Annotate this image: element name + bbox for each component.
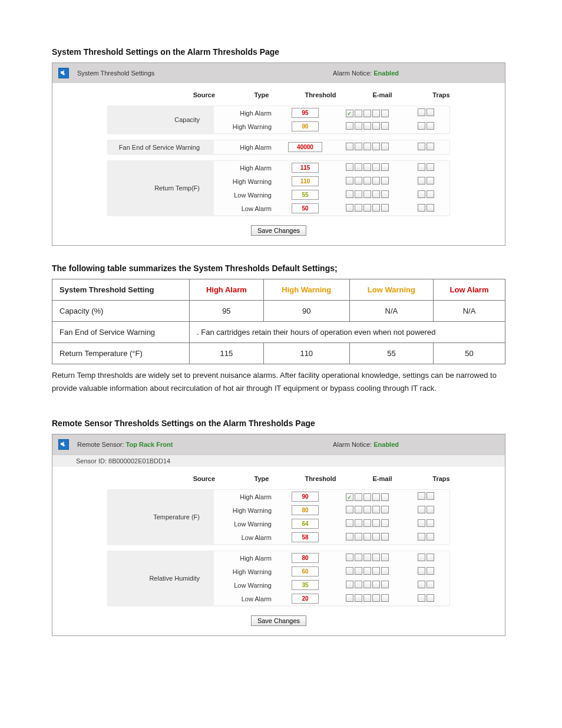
threshold-input[interactable] <box>292 108 319 118</box>
trap-checkbox[interactable] <box>427 122 434 130</box>
email-checkbox[interactable] <box>355 110 362 117</box>
email-checkbox[interactable] <box>381 190 389 198</box>
email-checkbox[interactable] <box>381 554 389 561</box>
email-checkbox[interactable] <box>372 177 380 185</box>
trap-checkbox[interactable] <box>427 190 434 198</box>
email-checkbox[interactable] <box>346 122 353 130</box>
email-checkbox[interactable] <box>346 533 353 541</box>
email-checkbox[interactable] <box>363 163 371 171</box>
email-checkbox[interactable] <box>381 204 389 212</box>
threshold-input[interactable] <box>292 492 319 502</box>
email-checkbox[interactable] <box>363 190 371 198</box>
email-checkbox[interactable] <box>363 567 371 575</box>
email-checkbox[interactable] <box>372 163 380 171</box>
trap-checkbox[interactable] <box>418 492 425 500</box>
trap-checkbox[interactable] <box>418 177 425 185</box>
threshold-input[interactable] <box>292 532 319 542</box>
email-checkbox[interactable] <box>355 567 362 575</box>
email-checkbox[interactable] <box>363 204 371 212</box>
trap-checkbox[interactable] <box>418 533 425 541</box>
email-checkbox[interactable] <box>355 533 362 541</box>
trap-checkbox[interactable] <box>427 533 434 541</box>
email-checkbox[interactable] <box>346 190 353 198</box>
email-checkbox[interactable] <box>355 594 362 602</box>
email-checkbox[interactable] <box>363 177 371 185</box>
trap-checkbox[interactable] <box>427 492 434 500</box>
email-checkbox[interactable] <box>372 110 380 117</box>
email-checkbox[interactable] <box>363 533 371 541</box>
email-checkbox[interactable] <box>355 506 362 513</box>
trap-checkbox[interactable] <box>427 204 434 212</box>
trap-checkbox[interactable] <box>418 190 425 198</box>
threshold-input[interactable] <box>292 594 319 604</box>
email-checkbox[interactable] <box>372 554 380 561</box>
email-checkbox[interactable] <box>363 519 371 527</box>
email-checkbox[interactable] <box>381 143 389 150</box>
trap-checkbox[interactable] <box>418 519 425 527</box>
threshold-input[interactable] <box>292 163 319 173</box>
email-checkbox[interactable] <box>381 177 389 185</box>
email-checkbox[interactable] <box>363 122 371 130</box>
trap-checkbox[interactable] <box>427 163 434 171</box>
email-checkbox[interactable] <box>372 122 380 130</box>
email-checkbox[interactable] <box>372 143 380 150</box>
trap-checkbox[interactable] <box>418 554 425 561</box>
email-checkbox[interactable] <box>381 163 389 171</box>
email-checkbox[interactable] <box>346 163 353 171</box>
email-checkbox[interactable] <box>372 519 380 527</box>
trap-checkbox[interactable] <box>427 554 434 561</box>
trap-checkbox[interactable] <box>427 567 434 575</box>
email-checkbox[interactable] <box>355 190 362 198</box>
save-button[interactable]: Save Changes <box>251 615 306 626</box>
threshold-input[interactable] <box>292 176 319 186</box>
email-checkbox[interactable] <box>381 533 389 541</box>
trap-checkbox[interactable] <box>427 519 434 527</box>
email-checkbox[interactable] <box>355 143 362 150</box>
email-checkbox[interactable] <box>372 493 380 501</box>
email-checkbox[interactable] <box>363 143 371 150</box>
threshold-input[interactable] <box>292 553 319 563</box>
email-checkbox[interactable] <box>346 594 353 602</box>
threshold-input[interactable] <box>292 203 319 213</box>
trap-checkbox[interactable] <box>427 594 434 602</box>
email-checkbox[interactable]: ✓ <box>346 110 353 117</box>
email-checkbox[interactable] <box>363 110 371 117</box>
email-checkbox[interactable] <box>346 143 353 150</box>
threshold-input[interactable] <box>292 519 319 529</box>
email-checkbox[interactable] <box>346 519 353 527</box>
email-checkbox[interactable]: ✓ <box>346 493 353 501</box>
email-checkbox[interactable] <box>355 177 362 185</box>
email-checkbox[interactable] <box>372 190 380 198</box>
threshold-input[interactable] <box>288 142 322 152</box>
email-checkbox[interactable] <box>346 554 353 561</box>
email-checkbox[interactable] <box>355 493 362 501</box>
trap-checkbox[interactable] <box>427 108 434 116</box>
email-checkbox[interactable] <box>372 581 380 588</box>
trap-checkbox[interactable] <box>427 143 434 150</box>
email-checkbox[interactable] <box>363 554 371 561</box>
email-checkbox[interactable] <box>381 122 389 130</box>
trap-checkbox[interactable] <box>427 506 434 513</box>
email-checkbox[interactable] <box>346 581 353 588</box>
email-checkbox[interactable] <box>381 594 389 602</box>
email-checkbox[interactable] <box>381 110 389 117</box>
trap-checkbox[interactable] <box>418 581 425 588</box>
email-checkbox[interactable] <box>381 493 389 501</box>
email-checkbox[interactable] <box>363 581 371 588</box>
trap-checkbox[interactable] <box>418 108 425 116</box>
trap-checkbox[interactable] <box>427 581 434 588</box>
email-checkbox[interactable] <box>372 506 380 513</box>
email-checkbox[interactable] <box>363 594 371 602</box>
trap-checkbox[interactable] <box>418 594 425 602</box>
threshold-input[interactable] <box>292 580 319 590</box>
email-checkbox[interactable] <box>355 163 362 171</box>
email-checkbox[interactable] <box>372 594 380 602</box>
trap-checkbox[interactable] <box>418 163 425 171</box>
trap-checkbox[interactable] <box>427 177 434 185</box>
email-checkbox[interactable] <box>381 506 389 513</box>
email-checkbox[interactable] <box>372 204 380 212</box>
email-checkbox[interactable] <box>346 506 353 513</box>
email-checkbox[interactable] <box>381 567 389 575</box>
email-checkbox[interactable] <box>355 554 362 561</box>
email-checkbox[interactable] <box>372 533 380 541</box>
